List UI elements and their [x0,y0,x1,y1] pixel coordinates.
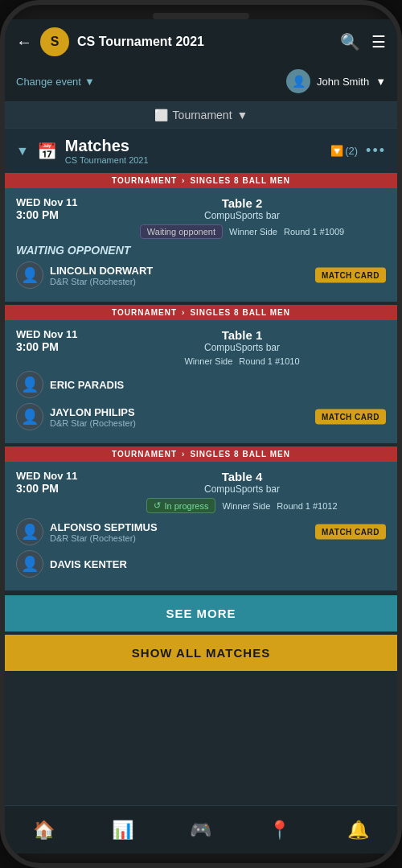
calendar-icon: 📅 [37,142,57,161]
match-2-venue: CompuSports bar [98,342,386,353]
match-1-day: WED Nov 11 [16,196,88,208]
match-3-table: Table 4 [98,470,386,483]
player-avatar-alfonso: 👤 [16,518,43,545]
matches-header: ▼ 📅 Matches CS Tournament 2021 🔽 (2) ••• [5,129,397,173]
menu-icon[interactable]: ☰ [371,32,386,51]
player-name-eric: ERIC PARADIS [50,379,386,391]
match-1-info: Table 2 CompuSports bar Waiting opponent… [98,196,386,239]
match-3-category: TOURNAMENT [112,450,177,459]
match-1-tags: Waiting opponent Winner Side Round 1 #10… [98,224,386,239]
match-3-day: WED Nov 11 [16,470,88,482]
match-2-info: Table 1 CompuSports bar Winner Side Roun… [98,328,386,366]
waiting-opponent-label: WAITING OPPONENT [16,244,386,257]
match-3-body: WED Nov 11 3:00 PM Table 4 CompuSports b… [5,462,397,590]
match-card-3: TOURNAMENT › SINGLES 8 BALL MEN WED Nov … [5,446,397,590]
tag-winner-side-3: Winner Side [222,501,270,511]
player-name-davis: DAVIS KENTER [50,558,386,570]
tag-in-progress: ↺ In progress [146,498,215,513]
match-card-3-header: TOURNAMENT › SINGLES 8 BALL MEN [5,446,397,462]
show-all-matches-button[interactable]: SHOW ALL MATCHES [5,635,397,671]
match-card-button-1[interactable]: MATCH CARD [315,268,386,283]
player-info-eric: ERIC PARADIS [50,379,386,391]
location-icon: 📍 [269,820,290,841]
avatar: 👤 [286,69,310,93]
stats-icon: 📊 [112,820,133,841]
match-3-time: 3:00 PM [16,482,88,495]
play-icon: 🎮 [190,820,211,841]
top-bar: ← S CS Tournament 2021 🔍 ☰ [5,19,397,64]
match-2-category: TOURNAMENT [112,308,177,317]
tag-winner-side-2: Winner Side [184,356,232,366]
match-1-arrow: › [182,176,185,185]
filter-icon: 🔽 [330,145,343,157]
phone-shell: ← S CS Tournament 2021 🔍 ☰ Change event … [0,0,402,868]
collapse-button[interactable]: ▼ [16,144,29,158]
nav-location[interactable]: 📍 [269,820,290,841]
match-2-tags: Winner Side Round 1 #1010 [98,356,386,366]
match-2-player-2: 👤 JAYLON PHILIPS D&R Star (Rochester) MA… [16,403,386,430]
nav-notifications[interactable]: 🔔 [347,820,369,841]
match-3-sub: SINGLES 8 BALL MEN [190,450,290,459]
match-2-time: 3:00 PM [16,340,88,353]
match-3-venue: CompuSports bar [98,483,386,495]
user-profile[interactable]: 👤 John Smith ▼ [286,69,386,93]
in-progress-icon: ↺ [154,500,161,511]
match-card-2: TOURNAMENT › SINGLES 8 BALL MEN WED Nov … [5,305,397,443]
match-2-arrow: › [182,308,185,317]
filter-badge[interactable]: 🔽 (2) [330,145,358,157]
change-event-chevron: ▼ [84,76,95,88]
match-1-body: WED Nov 11 3:00 PM Table 2 CompuSports b… [5,188,397,302]
change-event-row: Change event ▼ 👤 John Smith ▼ [5,64,397,102]
player-avatar-eric: 👤 [16,371,43,398]
matches-title-block: Matches CS Tournament 2021 [65,137,322,165]
tag-round-1: Round 1 #1009 [284,227,344,237]
bell-icon: 🔔 [347,820,369,841]
bottom-nav: 🏠 📊 🎮 📍 🔔 [5,805,397,854]
see-more-button[interactable]: SEE MORE [5,595,397,631]
match-card-button-3[interactable]: MATCH CARD [315,525,386,540]
match-1-top-row: WED Nov 11 3:00 PM Table 2 CompuSports b… [16,196,386,239]
tournament-tab[interactable]: ⬜ Tournament ▼ [5,102,397,129]
match-2-date: WED Nov 11 3:00 PM [16,328,88,353]
tag-round-3: Round 1 #1012 [277,501,337,511]
match-2-body: WED Nov 11 3:00 PM Table 1 CompuSports b… [5,320,397,443]
match-1-date: WED Nov 11 3:00 PM [16,196,88,221]
tournament-tab-icon: ⬜ [154,109,168,121]
match-3-top-row: WED Nov 11 3:00 PM Table 4 CompuSports b… [16,470,386,513]
match-2-table: Table 1 [98,328,386,342]
user-name: John Smith [317,76,369,88]
match-3-arrow: › [182,450,185,459]
player-avatar-jaylon: 👤 [16,403,43,430]
search-icon[interactable]: 🔍 [340,32,360,51]
match-card-button-2[interactable]: MATCH CARD [315,409,386,425]
match-2-day: WED Nov 11 [16,328,88,340]
match-1-time: 3:00 PM [16,208,88,221]
match-2-top-row: WED Nov 11 3:00 PM Table 1 CompuSports b… [16,328,386,366]
user-chevron: ▼ [375,76,386,88]
nav-home[interactable]: 🏠 [33,820,55,841]
player-avatar-davis: 👤 [16,550,43,578]
tag-waiting-opponent: Waiting opponent [140,224,223,239]
nav-play[interactable]: 🎮 [190,820,211,841]
match-1-venue: CompuSports bar [98,210,386,221]
change-event-label: Change event [16,76,81,88]
match-3-date: WED Nov 11 3:00 PM [16,470,88,495]
match-1-table: Table 2 [98,196,386,210]
matches-title: Matches [65,137,322,155]
back-button[interactable]: ← [16,33,32,51]
match-3-info: Table 4 CompuSports bar ↺ In progress Wi… [98,470,386,513]
match-3-player-1: 👤 ALFONSO SEPTIMUS D&R Star (Rochester) … [16,518,386,545]
matches-subtitle: CS Tournament 2021 [65,155,322,165]
match-1-player-1: 👤 LINCOLN DORWART D&R Star (Rochester) M… [16,261,386,289]
filter-count: (2) [345,145,358,157]
home-icon: 🏠 [33,820,55,841]
screen: ← S CS Tournament 2021 🔍 ☰ Change event … [5,19,397,854]
nav-stats[interactable]: 📊 [112,820,133,841]
player-avatar-lincoln: 👤 [16,261,43,289]
more-options-button[interactable]: ••• [366,142,386,159]
change-event-button[interactable]: Change event ▼ [16,76,95,88]
matches-list: TOURNAMENT › SINGLES 8 BALL MEN WED Nov … [5,173,397,805]
tournament-tab-chevron: ▼ [237,109,248,121]
match-1-sub: SINGLES 8 BALL MEN [190,176,290,185]
match-2-player-1: 👤 ERIC PARADIS [16,371,386,398]
